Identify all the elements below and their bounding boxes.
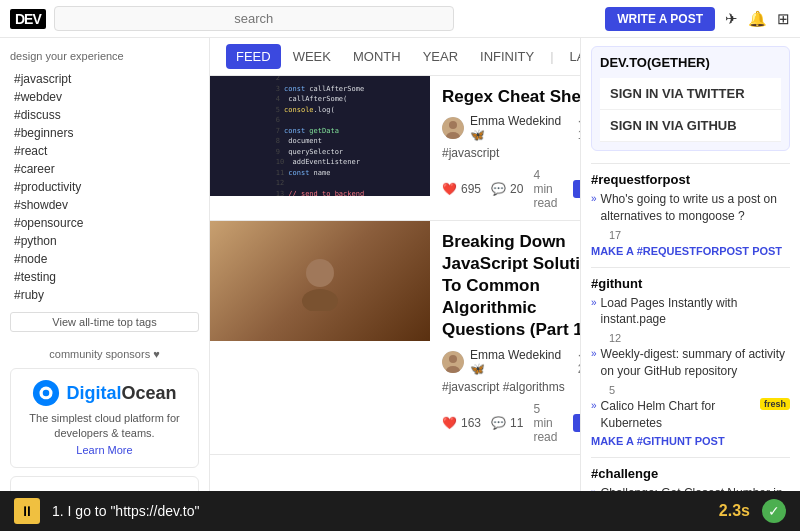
sign-in-github-button[interactable]: SIGN IN VIA GITHUB [600, 110, 781, 142]
sponsors-title: community sponsors ♥ [10, 348, 199, 360]
dev-logo[interactable]: DEV [10, 9, 46, 29]
sign-in-twitter-button[interactable]: SIGN IN VIA TWITTER [600, 78, 781, 110]
search-input[interactable] [54, 6, 454, 31]
sidebar-tag[interactable]: #javascript [10, 70, 199, 88]
hashtag-item: »Load Pages Instantly with instant.page [591, 295, 790, 329]
sidebar-tag[interactable]: #beginners [10, 124, 199, 142]
hashtag-title-githunt: #githunt [591, 276, 790, 291]
post-title-1[interactable]: Regex Cheat Sheet [442, 86, 580, 108]
view-all-tags-link[interactable]: View all-time top tags [10, 312, 199, 332]
code-preview-1: 1}); 2 3const callAfterSome 4 callAfterS… [268, 76, 372, 196]
bullet-icon: » [591, 348, 597, 359]
sidebar-tag[interactable]: #react [10, 142, 199, 160]
bell-icon[interactable]: 🔔 [748, 10, 767, 28]
hashtag-item-text[interactable]: Load Pages Instantly with instant.page [601, 295, 790, 329]
heart-icon-2: ❤️ [442, 416, 457, 430]
main-layout: design your experience #javascript#webde… [0, 38, 800, 491]
hashtag-count: 12 [609, 332, 790, 344]
digital-ocean-icon [32, 379, 60, 407]
heart-icon-1: ❤️ [442, 182, 457, 196]
bottom-bar: ⏸ 1. I go to "https://dev.to" 2.3s ✓ [0, 491, 800, 531]
post-thumbnail-1: 1}); 2 3const callAfterSome 4 callAfterS… [210, 76, 430, 196]
hashtag-item: »Calico Helm Chart for Kubernetesfresh [591, 398, 790, 432]
timer-display: 2.3s [719, 502, 750, 520]
post-author-row-2: Emma Wedekind 🦋 · Feb 20 [442, 348, 580, 376]
sidebar-tag[interactable]: #python [10, 232, 199, 250]
comment-count-2: 11 [510, 416, 523, 430]
post-tags-1: #javascript [442, 146, 580, 160]
grid-icon[interactable]: ⊞ [777, 10, 790, 28]
center-content: FEEDWEEKMONTHYEARINFINITY|LATEST 1}); 2 … [210, 38, 580, 491]
write-post-button[interactable]: WRITE A POST [605, 7, 715, 31]
post-card-2: Breaking Down JavaScript Solutions To Co… [210, 221, 580, 454]
comment-icon-2: 💬 [491, 416, 506, 430]
pause-button[interactable]: ⏸ [14, 498, 40, 524]
digital-ocean-desc: The simplest cloud platform for develope… [21, 411, 188, 442]
svg-point-2 [43, 390, 50, 397]
svg-point-6 [449, 121, 457, 129]
community-sponsors: community sponsors ♥ DigitalOcean The si… [10, 348, 199, 491]
hashtag-item-text[interactable]: Weekly-digest: summary of activity on yo… [601, 346, 790, 380]
tab-month[interactable]: MONTH [343, 44, 411, 69]
triplebyte-name: ◼ TRIPLEBYTE [21, 487, 188, 491]
step-instruction: 1. I go to "https://dev.to" [52, 503, 707, 519]
svg-point-9 [302, 289, 338, 311]
sidebar-tag[interactable]: #webdev [10, 88, 199, 106]
topbar: DEV WRITE A POST ✈ 🔔 ⊞ [0, 0, 800, 38]
tab-feed[interactable]: FEED [226, 44, 281, 69]
svg-point-11 [449, 355, 457, 363]
post-body-1: Regex Cheat Sheet Emma Wedekind 🦋 · Feb … [430, 76, 580, 220]
digital-ocean-name: DigitalOcean [66, 383, 176, 404]
post-author-1: Emma Wedekind 🦋 [470, 114, 572, 142]
tab-year[interactable]: YEAR [413, 44, 468, 69]
post-avatar-1 [442, 117, 464, 139]
tab-divider: | [550, 49, 553, 64]
hashtag-section-githunt: #githunt»Load Pages Instantly with insta… [591, 267, 790, 448]
sidebar-tag[interactable]: #testing [10, 268, 199, 286]
digital-ocean-link[interactable]: Learn More [76, 444, 132, 456]
post-title-2[interactable]: Breaking Down JavaScript Solutions To Co… [442, 231, 580, 341]
save-button-2[interactable]: SAVE [573, 414, 580, 432]
tag-list: #javascript#webdev#discuss#beginners#rea… [10, 70, 199, 304]
sidebar-tag[interactable]: #productivity [10, 178, 199, 196]
bullet-icon: » [591, 193, 597, 204]
avatar-image-2 [442, 351, 464, 373]
tab-infinity[interactable]: INFINITY [470, 44, 544, 69]
sidebar-tag[interactable]: #opensource [10, 214, 199, 232]
comments-2: 💬 11 [491, 416, 523, 430]
hashtag-item-text[interactable]: Challenge: Get Closest Number in an Arra… [601, 485, 790, 491]
feed-tabs: FEEDWEEKMONTHYEARINFINITY|LATEST [210, 38, 580, 76]
sidebar-tag[interactable]: #career [10, 160, 199, 178]
sidebar-tag[interactable]: #discuss [10, 106, 199, 124]
save-button-1[interactable]: SAVE [573, 180, 580, 198]
read-time-1: 4 min read [533, 168, 557, 210]
comments-1: 💬 20 [491, 182, 523, 196]
right-sections-container: #requestforpost»Who's going to write us … [591, 163, 790, 491]
post-body-2: Breaking Down JavaScript Solutions To Co… [430, 221, 580, 453]
bullet-icon: » [591, 297, 597, 308]
hashtag-item: »Challenge: Get Closest Number in an Arr… [591, 485, 790, 491]
tab-latest[interactable]: LATEST [560, 44, 580, 69]
hashtag-item: »Who's going to write us a post on alter… [591, 191, 790, 225]
svg-point-8 [306, 259, 334, 287]
post-img-2 [290, 251, 350, 311]
tab-week[interactable]: WEEK [283, 44, 341, 69]
hashtag-item-text[interactable]: Who's going to write us a post on altern… [601, 191, 790, 225]
sidebar-tag[interactable]: #ruby [10, 286, 199, 304]
send-icon[interactable]: ✈ [725, 10, 738, 28]
make-post-link-githunt[interactable]: MAKE A #GITHUNT POST [591, 435, 790, 447]
sidebar-tag[interactable]: #showdev [10, 196, 199, 214]
topbar-right: WRITE A POST ✈ 🔔 ⊞ [605, 7, 790, 31]
post-author-row-1: Emma Wedekind 🦋 · Feb 19 [442, 114, 580, 142]
make-post-link-requestforpost[interactable]: MAKE A #REQUESTFORPOST POST [591, 245, 790, 257]
check-icon: ✓ [762, 499, 786, 523]
sidebar-title: design your experience [10, 50, 199, 62]
digital-ocean-card: DigitalOcean The simplest cloud platform… [10, 368, 199, 468]
hashtag-item-text[interactable]: Calico Helm Chart for Kubernetes [601, 398, 756, 432]
hashtag-count: 17 [609, 229, 790, 241]
avatar-image-1 [442, 117, 464, 139]
comment-icon-1: 💬 [491, 182, 506, 196]
section-divider [591, 457, 790, 458]
comment-count-1: 20 [510, 182, 523, 196]
sidebar-tag[interactable]: #node [10, 250, 199, 268]
